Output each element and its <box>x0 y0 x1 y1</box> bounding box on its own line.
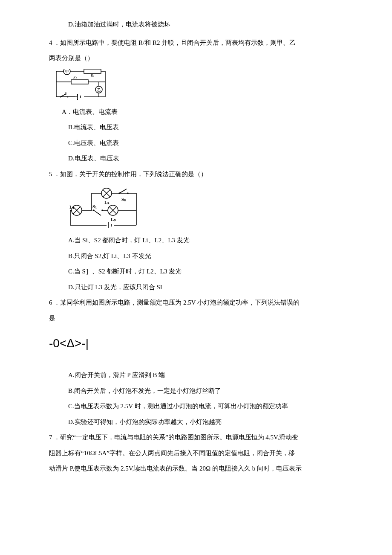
q6-stem-line2: 是 <box>49 311 349 326</box>
svg-text:S₁: S₁ <box>92 204 97 209</box>
svg-text:S: S <box>65 92 66 96</box>
svg-text:甲: 甲 <box>65 70 69 74</box>
svg-text:S₂: S₂ <box>121 197 126 202</box>
svg-text:乙: 乙 <box>97 88 101 92</box>
q5-option-b: B.只闭合 S2,灯 Li、L3 不发光 <box>49 249 349 264</box>
svg-point-39 <box>127 192 129 194</box>
svg-text:R₂: R₂ <box>90 74 95 78</box>
q4-stem-line1: 4 ．如图所示电路中，要使电阻 R/和 R2 并联，且闭合开关后，两表均有示数，… <box>49 35 349 50</box>
q7-stem-line2: 阻器上标有“10ΩL5A”字样。在公人两点间先后接入不同阻值的定值电阻，闭合开关… <box>49 446 349 461</box>
svg-point-47 <box>101 209 103 211</box>
q6-option-a: A.闭合开关前，滑片 P 应滑到 B 端 <box>49 368 349 383</box>
q4-stem-line2: 两表分别是（） <box>49 51 349 66</box>
svg-text:L₂: L₂ <box>104 200 110 205</box>
q3-option-d: D.油箱加油过满时，电流表将被烧坏 <box>49 17 349 32</box>
q5-circuit-diagram: L₁ L₂ S₂ S₁ L₃ <box>66 185 349 230</box>
svg-rect-3 <box>84 69 101 73</box>
q4-option-c: C.电压表、电流表 <box>49 136 349 151</box>
svg-rect-6 <box>71 80 88 84</box>
q6-stem-line1: 6 ．某同学利用如图所示电路，测量额定电压为 2.5V 小灯泡的额定功率，下列说… <box>49 295 349 310</box>
q4-option-b: B.电流表、电压表 <box>49 120 349 135</box>
q6-option-b: B.闭合开关后，小灯泡不发光，一定是小灯泡灯丝断了 <box>49 384 349 398</box>
q6-option-c: C.当电压表示数为 2.5V 时，测出通过小灯泡的电流，可算出小灯泡的额定功率 <box>49 399 349 414</box>
svg-text:R₁: R₁ <box>73 76 77 79</box>
q5-option-a: A.当 Si、S2 都闭合时，灯 Li、L2、L3 发光 <box>49 233 349 248</box>
q4-option-a: A．电流表、电流表 <box>49 105 349 119</box>
q4-circuit-diagram: 甲 R₂ R₁ 乙 S <box>54 69 349 101</box>
q4-option-d: D.电压表、电压表 <box>49 151 349 166</box>
q7-stem-line1: 7 ．研究“一定电压下，电流与电阻的关系”的电路图如图所示。电源电压恒为 4.5… <box>49 430 349 445</box>
q6-circuit-placeholder: -0<Δ>-| <box>49 330 349 357</box>
q5-option-c: C.当 S］、S2 都断开时，灯 L2、L3 发光 <box>49 264 349 279</box>
q5-stem: 5 ．如图，关于开关的控制作用，下列说法正确的是（） <box>49 167 349 182</box>
q6-option-d: D.实验还可得知，小灯泡的实际功率越大，小灯泡越亮 <box>49 415 349 430</box>
svg-line-40 <box>119 189 127 193</box>
svg-rect-18 <box>75 96 84 99</box>
svg-text:L₃: L₃ <box>111 217 116 222</box>
svg-text:L₁: L₁ <box>69 204 75 209</box>
q5-option-d: D.只让灯 L3 发光，应该只闭合 SI <box>49 280 349 295</box>
q7-stem-line3: 动滑片 P,使电压表示数为 2.5V,读出电流表的示数。当 20Ω 的电阻接入久… <box>49 461 349 476</box>
svg-rect-54 <box>107 224 114 227</box>
